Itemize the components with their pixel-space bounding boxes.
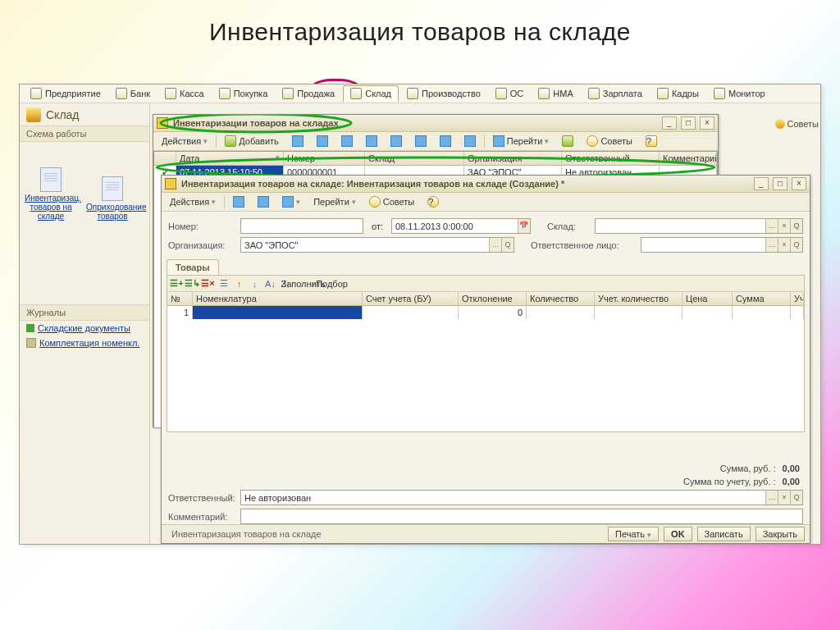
- tab-sales[interactable]: Продажа: [276, 86, 341, 101]
- spreadsheet-button[interactable]: [253, 194, 274, 209]
- responsible-person-input[interactable]: …×Q: [641, 237, 803, 253]
- goto-menu[interactable]: Перейти ▾: [488, 134, 555, 148]
- actions-menu[interactable]: Действия ▾: [157, 135, 212, 148]
- select-icon[interactable]: …: [489, 238, 501, 252]
- fill-menu[interactable]: Заполнить ▾: [295, 277, 317, 290]
- calendar-icon[interactable]: 📅: [518, 219, 530, 233]
- interval-button[interactable]: [410, 134, 431, 148]
- document-icon: [102, 176, 123, 201]
- folder-icon: [30, 88, 42, 99]
- responsible-input[interactable]: Не авторизован…×Q: [240, 490, 803, 505]
- tab-cash[interactable]: Касса: [158, 86, 211, 101]
- journal-warehouse-docs[interactable]: Складские документы: [20, 321, 149, 336]
- grid-header: Дата▾ Номер Склад Организация Ответствен…: [154, 152, 717, 166]
- refresh-button[interactable]: [361, 134, 382, 148]
- label-responsible: Ответственный:: [168, 493, 235, 503]
- row-edit-button[interactable]: ☰: [217, 277, 230, 290]
- tab-enterprise[interactable]: Предприятие: [24, 86, 107, 101]
- mark-delete-button[interactable]: [336, 134, 358, 148]
- number-input[interactable]: [240, 218, 363, 234]
- select-icon[interactable]: …: [765, 238, 778, 252]
- save-icon-button[interactable]: [228, 194, 249, 209]
- clear-icon[interactable]: ×: [778, 238, 790, 252]
- filter-button[interactable]: [386, 134, 407, 148]
- plus-small-icon: [562, 135, 573, 147]
- items-panel: ☰+ ☰↳ ☰× ☰ ↑ ↓ A↓ Z↓ Заполнить ▾ Подбор …: [167, 275, 805, 432]
- more-button[interactable]: [557, 134, 578, 148]
- open-icon[interactable]: Q: [790, 219, 802, 233]
- open-icon[interactable]: Q: [501, 238, 514, 252]
- help-button[interactable]: ?: [422, 194, 444, 209]
- warehouse-input[interactable]: …×Q: [595, 218, 803, 234]
- tab-hr[interactable]: Кадры: [651, 86, 705, 101]
- global-advice[interactable]: Советы: [775, 119, 819, 129]
- gear-icon: [407, 88, 418, 99]
- close-button[interactable]: ×: [700, 116, 714, 130]
- extra-button[interactable]: ▾: [277, 194, 305, 209]
- nav-title: Склад: [20, 104, 149, 126]
- help-button[interactable]: ?: [641, 134, 662, 148]
- bank-icon: [116, 88, 127, 99]
- maximize-button[interactable]: □: [681, 116, 696, 130]
- add-button[interactable]: Добавить: [220, 134, 284, 148]
- cross-icon: [341, 135, 353, 147]
- comment-input[interactable]: [240, 509, 803, 524]
- filter-icon: [390, 135, 402, 147]
- sort-asc-button[interactable]: A↓: [264, 277, 276, 290]
- save-button[interactable]: Записать: [697, 527, 751, 541]
- arrow-icon: [493, 135, 504, 147]
- date-input[interactable]: 08.11.2013 0:00:00📅: [391, 218, 531, 234]
- actions-menu[interactable]: Действия ▾: [165, 195, 221, 208]
- sort-desc-icon[interactable]: ▾: [276, 153, 280, 163]
- minimize-button[interactable]: _: [754, 177, 769, 190]
- organization-input[interactable]: ЗАО "ЭПОС"…Q: [240, 237, 514, 253]
- copy-button[interactable]: [287, 134, 308, 148]
- cash-icon: [165, 88, 176, 99]
- transfer-button[interactable]: [459, 134, 481, 148]
- close-doc-button[interactable]: Закрыть: [756, 527, 805, 541]
- print-button[interactable]: Печать ▾: [608, 527, 659, 541]
- row-add-button[interactable]: ☰+: [171, 277, 183, 290]
- window-controls: _ □ ×: [752, 177, 806, 190]
- row-down-button[interactable]: ↓: [249, 277, 261, 290]
- row-up-button[interactable]: ↑: [233, 277, 245, 290]
- row-delete-button[interactable]: ☰×: [202, 277, 214, 290]
- tab-assets[interactable]: ОС: [489, 86, 531, 101]
- label-comment: Комментарий:: [168, 512, 235, 522]
- tab-purchase[interactable]: Покупка: [212, 86, 275, 101]
- tab-bank[interactable]: Банк: [109, 86, 157, 101]
- clear-icon[interactable]: ×: [778, 491, 790, 504]
- tab-monitor[interactable]: Монитор: [707, 86, 772, 101]
- sort-button[interactable]: [435, 134, 456, 148]
- tab-warehouse[interactable]: Склад: [343, 85, 399, 102]
- edit-button[interactable]: [312, 134, 333, 148]
- totals-sum: Сумма, руб. :0,00: [162, 462, 810, 475]
- node-receipt[interactable]: Оприходование товаров: [86, 176, 139, 221]
- close-button[interactable]: ×: [792, 177, 806, 190]
- items-tab[interactable]: Товары: [167, 259, 219, 275]
- tab-payroll[interactable]: Зарплата: [582, 86, 649, 101]
- pick-button[interactable]: Подбор: [321, 277, 343, 290]
- goto-menu[interactable]: Перейти ▾: [308, 195, 361, 208]
- doc-icon: [157, 117, 168, 129]
- ok-button[interactable]: OK: [664, 527, 692, 541]
- minimize-button[interactable]: _: [662, 116, 677, 130]
- items-row[interactable]: 1 0: [167, 306, 804, 319]
- tips-button[interactable]: Советы: [364, 194, 419, 209]
- row-insert-button[interactable]: ☰↳: [186, 277, 199, 290]
- tab-intangible[interactable]: НМА: [532, 86, 579, 101]
- open-icon[interactable]: Q: [790, 238, 802, 252]
- doc-status-bar: Инвентаризация товаров на складе Печать …: [162, 524, 810, 543]
- tab-production[interactable]: Производство: [400, 86, 487, 101]
- items-grid[interactable]: № Номенклатура Счет учета (БУ) Отклонени…: [167, 292, 804, 430]
- open-icon[interactable]: Q: [790, 491, 802, 504]
- node-inventory[interactable]: Инвентаризац. товаров на складе: [25, 167, 77, 221]
- maximize-button[interactable]: □: [773, 177, 788, 190]
- cart-icon: [219, 88, 231, 99]
- clear-icon[interactable]: ×: [778, 219, 790, 233]
- select-icon[interactable]: …: [765, 219, 778, 233]
- journal-complect[interactable]: Комплектация номенкл.: [20, 336, 149, 350]
- tips-button[interactable]: Советы: [582, 134, 637, 148]
- interval-icon: [415, 135, 427, 147]
- select-icon[interactable]: …: [765, 491, 778, 504]
